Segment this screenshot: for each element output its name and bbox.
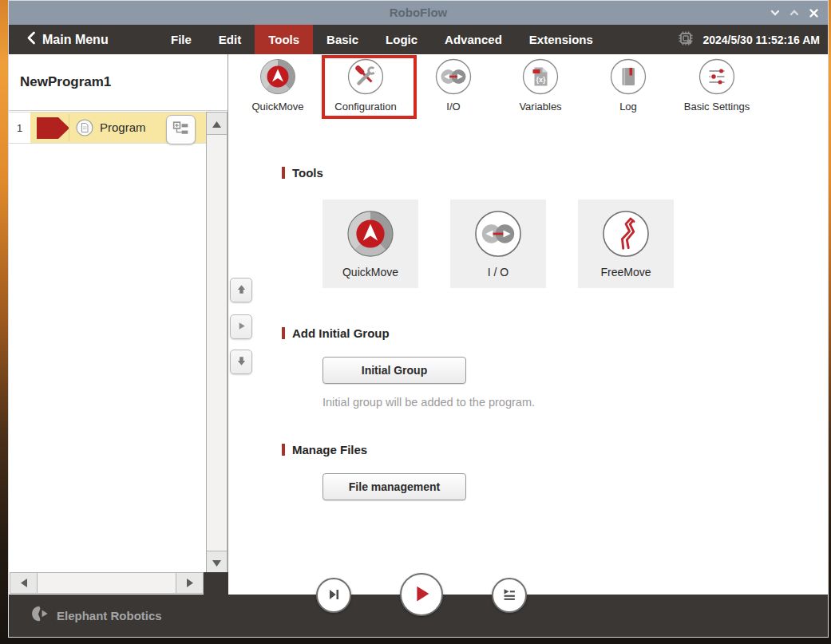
program-panel: NewProgram1 1 Progra [9, 54, 228, 595]
window-title: RoboFlow [9, 1, 828, 25]
brand: Elephant Robotics [30, 595, 162, 637]
initial-group-section-header: Add Initial Group [282, 326, 390, 340]
vertical-scrollbar[interactable] [206, 112, 228, 574]
expand-tree-button[interactable] [166, 115, 196, 144]
menu-item-extensions[interactable]: Extensions [516, 25, 607, 54]
titlebar: RoboFlow [9, 1, 828, 25]
menu-item-file[interactable]: File [157, 25, 205, 54]
card-quickmove[interactable]: QuickMove [323, 200, 418, 288]
maximize-button[interactable] [788, 6, 801, 19]
section-marker [282, 327, 285, 339]
toolbar-label: I/O [446, 101, 460, 113]
chevron-down-icon [770, 9, 780, 17]
tools-toolbar: QuickMove Configuration [228, 54, 828, 113]
freemove-icon [602, 210, 650, 261]
configuration-icon [347, 58, 384, 98]
tools-section-header: Tools [282, 165, 323, 180]
menu-item-advanced[interactable]: Advanced [431, 25, 516, 54]
menubar: Main Menu File Edit Tools Basic Logic Ad… [9, 25, 828, 54]
datetime: 2024/5/30 11:52:16 AM [702, 34, 820, 46]
toolbar-item-configuration[interactable]: Configuration [322, 58, 410, 113]
scroll-up-button[interactable] [207, 113, 227, 135]
arrow-right-icon [235, 320, 247, 334]
menu-item-tools[interactable]: Tools [255, 25, 313, 54]
quickmove-icon [259, 58, 296, 98]
arrow-down-icon [235, 355, 247, 369]
advanced-button[interactable] [492, 578, 527, 613]
program-name: NewProgram1 [20, 74, 111, 90]
card-label: I / O [488, 266, 508, 279]
arrow-up-icon [212, 117, 221, 131]
toolbar-label: Log [619, 101, 637, 113]
move-down-button[interactable] [230, 350, 252, 374]
arrow-right-icon [187, 576, 193, 591]
section-title: Add Initial Group [292, 326, 390, 340]
current-line-arrow-icon [37, 117, 69, 142]
close-button[interactable] [807, 6, 820, 19]
menu-items: File Edit Tools Basic Logic Advanced Ext… [157, 25, 607, 54]
menu-item-edit[interactable]: Edit [205, 25, 255, 54]
quickmove-icon [346, 210, 394, 261]
arrow-down-icon [212, 555, 221, 570]
section-marker [282, 444, 285, 456]
controller-chip-icon[interactable] [676, 29, 695, 51]
advanced-run-icon [501, 586, 518, 606]
toolbar-label: QuickMove [251, 101, 303, 113]
section-marker [282, 167, 285, 179]
toolbar-item-variables[interactable]: {x} Variables [497, 58, 584, 113]
arrow-left-icon [21, 576, 27, 591]
program-doc-icon [76, 119, 93, 140]
io-icon [435, 58, 472, 98]
program-name-header: NewProgram1 [9, 54, 228, 111]
menu-item-basic[interactable]: Basic [313, 25, 372, 54]
toolbar-label: Basic Settings [684, 101, 750, 113]
toolbar-label: Configuration [334, 101, 396, 113]
brand-name: Elephant Robotics [57, 609, 162, 622]
chevron-up-icon [789, 9, 799, 17]
next-button[interactable] [316, 578, 351, 613]
file-management-button[interactable]: File management [323, 473, 466, 500]
basic-settings-icon [698, 58, 735, 98]
roboflow-window: RoboFlow Main Menu File Edit Tools Basic [8, 0, 829, 638]
minimize-button[interactable] [769, 6, 782, 19]
card-io[interactable]: I / O [450, 200, 546, 288]
card-freemove[interactable]: FreeMove [578, 200, 674, 288]
move-up-button[interactable] [230, 278, 252, 302]
manage-files-section-header: Manage Files [282, 442, 367, 456]
desktop: RoboFlow Main Menu File Edit Tools Basic [0, 0, 831, 644]
toolbar-item-io[interactable]: I/O [410, 58, 497, 113]
scroll-left-button[interactable] [10, 573, 38, 593]
program-row-body[interactable]: Program [30, 113, 206, 143]
initial-group-note: Initial group will be added to the progr… [323, 396, 535, 409]
close-icon [809, 9, 818, 18]
arrow-up-icon [235, 283, 247, 298]
tree-structure-icon [171, 119, 191, 141]
scroll-right-button[interactable] [176, 573, 203, 593]
move-right-button[interactable] [230, 314, 252, 339]
main-menu-back-button[interactable]: Main Menu [26, 25, 109, 54]
chevron-left-icon [26, 31, 36, 48]
variables-icon: {x} [522, 58, 559, 98]
horizontal-scrollbar[interactable] [10, 572, 204, 594]
scroll-down-button[interactable] [207, 551, 227, 573]
card-label: QuickMove [342, 266, 398, 279]
elephant-robotics-logo-icon [30, 603, 51, 628]
program-row[interactable]: 1 Program [9, 112, 206, 144]
program-row-label: Program [100, 113, 146, 143]
initial-group-button[interactable]: Initial Group [323, 357, 466, 384]
section-title: Tools [292, 166, 323, 180]
row-separator [69, 114, 69, 141]
main-menu-label: Main Menu [42, 33, 109, 47]
skip-next-icon [325, 586, 342, 606]
toolbar-item-quickmove[interactable]: QuickMove [234, 58, 322, 113]
toolbar-item-log[interactable]: Log [584, 58, 672, 113]
log-icon [610, 58, 647, 98]
row-index: 1 [9, 113, 30, 143]
svg-text:{x}: {x} [536, 76, 546, 84]
card-label: FreeMove [600, 266, 651, 279]
io-icon [474, 210, 522, 261]
menu-item-logic[interactable]: Logic [372, 25, 431, 54]
toolbar-item-basic-settings[interactable]: Basic Settings [673, 58, 761, 113]
run-button[interactable] [400, 573, 443, 616]
menubar-right: 2024/5/30 11:52:16 AM [676, 25, 820, 54]
